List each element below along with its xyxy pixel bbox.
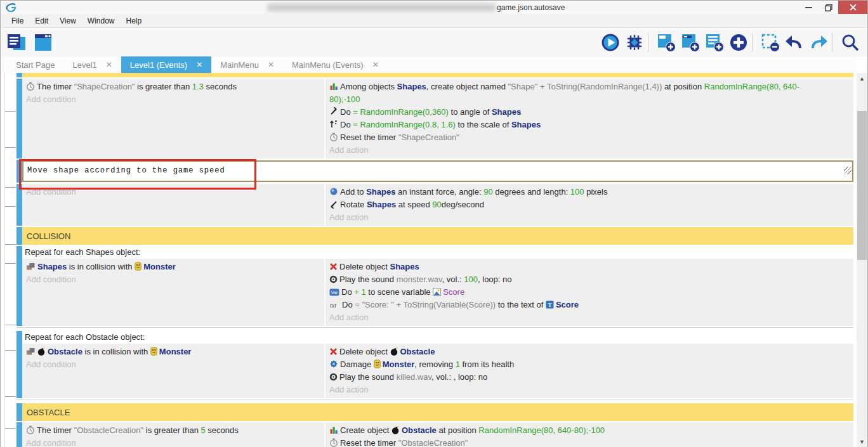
condition-line[interactable]: Obstacle is in collision with Monster bbox=[22, 346, 324, 358]
add-condition[interactable]: Add condition bbox=[22, 273, 324, 286]
text-segment: at position bbox=[662, 82, 704, 91]
text-segment: Obstacle bbox=[400, 347, 435, 356]
conditions-column: The timer "ShapeCreation" is greater tha… bbox=[22, 79, 324, 159]
add-subevent-button[interactable] bbox=[680, 32, 700, 53]
tab-close-icon[interactable]: ✕ bbox=[106, 60, 112, 69]
add-action[interactable]: Add action bbox=[326, 384, 824, 396]
vertical-scrollbar[interactable]: ▲ ▼ bbox=[857, 73, 867, 447]
text-segment: Shapes bbox=[511, 120, 541, 129]
obstacle-icon bbox=[391, 425, 402, 435]
svg-text:Var: Var bbox=[331, 290, 338, 295]
menu-item-file[interactable]: File bbox=[6, 15, 29, 27]
action-line[interactable]: Rotate Shapes at speed 90deg/second bbox=[326, 198, 824, 211]
collision-icon bbox=[26, 262, 37, 271]
svg-text:txt: txt bbox=[330, 302, 336, 309]
undo-button[interactable] bbox=[784, 32, 805, 53]
add-condition[interactable]: Add condition bbox=[22, 93, 324, 106]
project-manager-icon bbox=[6, 32, 27, 53]
text-segment: "ObstacleCreation" bbox=[398, 438, 468, 447]
app-window: game.json.autosave FileEditViewWindowHel… bbox=[0, 0, 868, 447]
text-segment: to the text of bbox=[496, 300, 546, 309]
condition-line[interactable]: The timer "ShapeCreation" is greater tha… bbox=[22, 81, 324, 93]
add-comment-button[interactable] bbox=[704, 32, 725, 53]
event-title[interactable]: Repeat for each Obstacle object: bbox=[22, 331, 853, 344]
action-line[interactable]: Reset the timer "ShapeCreation" bbox=[326, 131, 824, 144]
action-line[interactable]: Play the sound monster.wav, vol.: 100, l… bbox=[326, 273, 824, 286]
action-line[interactable]: Reset the timer "ObstacleCreation" bbox=[326, 437, 824, 447]
menu-item-help[interactable]: Help bbox=[121, 15, 148, 27]
menu-item-window[interactable]: Window bbox=[82, 15, 121, 27]
action-line[interactable]: Delete object Shapes bbox=[326, 261, 824, 273]
add-event-button[interactable] bbox=[656, 32, 676, 53]
text-segment: Delete object bbox=[339, 262, 390, 271]
action-line[interactable]: Do = RandomInRange(0,360) to angle of Sh… bbox=[326, 106, 824, 119]
toolbar-separator bbox=[752, 33, 753, 52]
angle-icon bbox=[329, 107, 340, 117]
text-segment: Play the sound bbox=[339, 275, 397, 284]
scrollbar-thumb[interactable] bbox=[857, 111, 867, 260]
menu-item-edit[interactable]: Edit bbox=[29, 15, 54, 27]
tab-mainmenu[interactable]: MainMenu✕ bbox=[211, 56, 283, 73]
delete-selection-button[interactable] bbox=[760, 32, 780, 53]
action-line[interactable]: Play the sound killed.wav, vol.: , loop:… bbox=[326, 371, 824, 384]
action-line[interactable]: Delete object Obstacle bbox=[326, 346, 824, 358]
menu-item-view[interactable]: View bbox=[54, 15, 82, 27]
svg-text:T: T bbox=[548, 302, 551, 308]
force-icon bbox=[329, 187, 340, 197]
text-segment: to scene variable bbox=[366, 287, 433, 297]
text-segment: from its health bbox=[460, 360, 514, 369]
text-segment: Among objects bbox=[340, 82, 397, 91]
text-segment: = "Score: " + ToString(Variable(Score)) bbox=[355, 300, 496, 309]
add-condition[interactable]: Add condition bbox=[22, 358, 324, 371]
scroll-up-arrow-icon[interactable]: ▲ bbox=[857, 73, 867, 84]
tab-level1[interactable]: Level1✕ bbox=[63, 56, 121, 73]
add-action[interactable]: Add action bbox=[326, 144, 824, 157]
tab-close-icon[interactable]: ✕ bbox=[268, 60, 274, 69]
action-line[interactable]: Create object Obstacle at position Rando… bbox=[326, 424, 824, 437]
tab-mainmenu-events-[interactable]: MainMenu (Events)✕ bbox=[283, 56, 388, 73]
text-segment: Rotate bbox=[340, 200, 367, 209]
redo-button[interactable] bbox=[808, 32, 829, 53]
add-condition[interactable]: Add condition bbox=[22, 437, 324, 447]
action-line[interactable]: Do = RandomInRange(0.8, 1.6) to the scal… bbox=[326, 119, 824, 131]
group-header-collision[interactable]: COLLISION bbox=[22, 227, 853, 245]
add-condition[interactable]: Add condition bbox=[22, 186, 324, 198]
action-line[interactable]: Among objects Shapes, create object name… bbox=[326, 81, 824, 106]
comment-text-input[interactable]: Move shape according to the game speed bbox=[22, 160, 853, 182]
text-segment: Do bbox=[341, 287, 354, 297]
text-object-icon: T bbox=[546, 300, 556, 309]
restore-button[interactable] bbox=[819, 1, 838, 14]
preview-play-button[interactable] bbox=[600, 32, 621, 53]
event-rail bbox=[16, 227, 22, 245]
action-line[interactable]: VarDo + 1 to scene variable Score bbox=[326, 286, 824, 299]
event-gutter-tick bbox=[5, 325, 16, 325]
scroll-down-arrow-icon[interactable]: ▼ bbox=[857, 436, 867, 447]
debug-button[interactable] bbox=[624, 32, 645, 53]
tab-level1-events-[interactable]: Level1 (Events)✕ bbox=[121, 56, 211, 73]
event-title[interactable]: Repeat for each Shapes object: bbox=[22, 246, 853, 259]
event-gutter-tick bbox=[5, 244, 16, 245]
tab-close-icon[interactable]: ✕ bbox=[372, 60, 379, 69]
condition-line[interactable]: Shapes is in collision with Monster bbox=[22, 261, 324, 273]
search-button[interactable] bbox=[840, 32, 860, 53]
group-header-obstacle[interactable]: OBSTACLE bbox=[22, 403, 853, 421]
tab-start-page[interactable]: Start Page bbox=[7, 56, 63, 73]
action-line[interactable]: Damage Monster, removing 1 from its heal… bbox=[326, 358, 824, 371]
text-segment: seconds bbox=[204, 82, 237, 91]
scene-editor-button[interactable] bbox=[32, 32, 54, 53]
add-action[interactable]: Add action bbox=[326, 211, 824, 224]
add-new-button[interactable] bbox=[728, 32, 749, 53]
redo-icon bbox=[808, 33, 829, 52]
action-line[interactable]: Add to Shapes an instant force, angle: 9… bbox=[326, 186, 824, 198]
resize-grip-icon[interactable] bbox=[844, 167, 852, 174]
condition-line[interactable]: The timer "ObstacleCreation" is greater … bbox=[22, 424, 324, 437]
add-action[interactable]: Add action bbox=[326, 311, 824, 324]
rotate-icon bbox=[329, 200, 340, 209]
tab-close-icon[interactable]: ✕ bbox=[196, 60, 202, 69]
minimize-button[interactable] bbox=[799, 1, 819, 14]
text-segment: pixels bbox=[584, 187, 608, 197]
close-button[interactable] bbox=[838, 1, 867, 14]
action-line[interactable]: txtDo = "Score: " + ToString(Variable(Sc… bbox=[326, 299, 824, 311]
project-manager-button[interactable] bbox=[6, 32, 27, 53]
text-segment: Reset the timer bbox=[340, 438, 398, 447]
